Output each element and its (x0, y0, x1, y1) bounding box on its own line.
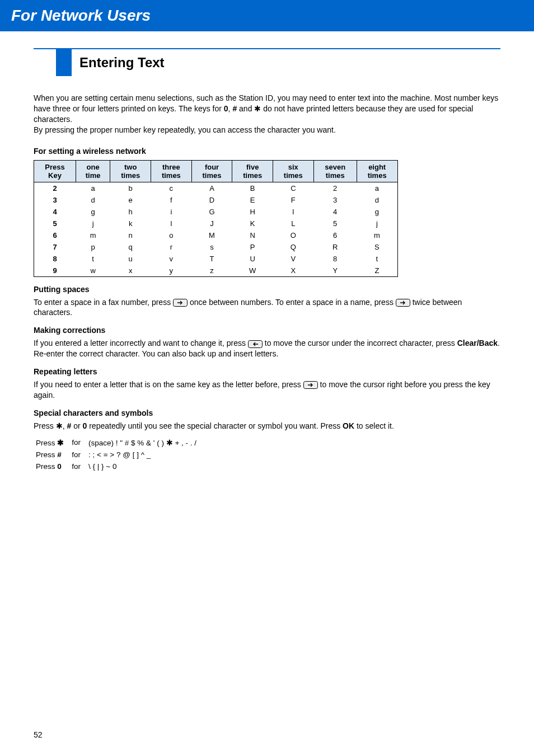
table-cell: Z (357, 265, 397, 277)
intro-text: By pressing the proper number key repeat… (34, 125, 336, 134)
table-header-cell: fourtimes (191, 160, 232, 182)
special-for-cell: for (71, 437, 86, 448)
text: Press (34, 421, 56, 430)
table-cell: Y (313, 265, 357, 277)
right-arrow-key-icon (396, 299, 410, 307)
text: or (71, 421, 82, 430)
wireless-heading: For setting a wireless network (34, 147, 500, 156)
table-header-cell: PressKey (34, 160, 76, 182)
table-cell: p (76, 241, 110, 253)
table-cell: b (110, 182, 151, 194)
key-star: ✱ (56, 421, 63, 430)
special-row: Press ✱for(space) ! " # $ % & ' ( ) ✱ + … (35, 437, 202, 448)
table-cell: D (191, 194, 232, 206)
table-cell: F (273, 194, 314, 206)
section-title-block: Entering Text (56, 49, 500, 76)
table-cell: L (273, 218, 314, 229)
special-chars-heading: Special characters and symbols (34, 408, 500, 417)
table-cell: m (357, 229, 397, 241)
table-cell: C (273, 182, 314, 194)
table-cell: 3 (313, 194, 357, 206)
table-cell: 3 (34, 194, 76, 206)
table-cell: q (110, 241, 151, 253)
table-cell: I (273, 206, 314, 218)
text: to select it. (354, 421, 394, 430)
special-press-cell: Press # (35, 449, 69, 460)
intro-text: and (237, 104, 254, 113)
special-row: Press #for: ; < = > ? @ [ ] ^ _ (35, 449, 202, 460)
page-header: For Network Users (0, 0, 534, 31)
table-row: 7pqrsPQRS (34, 241, 398, 253)
right-arrow-key-icon (303, 381, 318, 389)
table-row: 3defDEF3d (34, 194, 398, 206)
special-press-cell: Press ✱ (35, 437, 69, 448)
table-cell: 4 (313, 206, 357, 218)
page-content: Entering Text When you are setting certa… (0, 31, 534, 473)
putting-spaces-heading: Putting spaces (34, 285, 500, 294)
table-cell: o (151, 229, 192, 241)
table-cell: T (191, 253, 232, 265)
table-cell: e (110, 194, 151, 206)
table-cell: f (151, 194, 192, 206)
table-row: 8tuvTUV8t (34, 253, 398, 265)
special-chars-table: Press ✱for(space) ! " # $ % & ' ( ) ✱ + … (34, 436, 203, 473)
table-cell: X (273, 265, 314, 277)
table-header-cell: threetimes (151, 160, 192, 182)
intro-paragraph: When you are setting certain menu select… (34, 93, 500, 135)
table-cell: c (151, 182, 192, 194)
table-cell: 8 (313, 253, 357, 265)
table-header-row: PressKeyonetimetwotimesthreetimesfourtim… (34, 160, 398, 182)
table-row: 4ghiGHI4g (34, 206, 398, 218)
table-cell: S (357, 241, 397, 253)
making-corrections-text: If you entered a letter incorrectly and … (34, 338, 500, 359)
table-cell: 2 (34, 182, 76, 194)
text: to move the cursor under the incorrect c… (263, 339, 457, 348)
table-cell: j (76, 218, 110, 229)
table-header-cell: eighttimes (357, 160, 397, 182)
table-cell: 5 (313, 218, 357, 229)
table-cell: G (191, 206, 232, 218)
text: If you need to enter a letter that is on… (34, 380, 303, 389)
left-arrow-key-icon (248, 340, 263, 348)
text: once between numbers. To enter a space i… (188, 298, 396, 307)
table-cell: 6 (34, 229, 76, 241)
table-cell: P (232, 241, 273, 253)
table-cell: h (110, 206, 151, 218)
key-0: 0 (224, 104, 228, 113)
table-cell: M (191, 229, 232, 241)
table-cell: H (232, 206, 273, 218)
table-cell: j (357, 218, 397, 229)
text: repeatedly until you see the special cha… (87, 421, 343, 430)
table-cell: Q (273, 241, 314, 253)
table-cell: n (110, 229, 151, 241)
special-press-cell: Press 0 (35, 461, 69, 472)
table-header-cell: fivetimes (232, 160, 273, 182)
table-cell: 9 (34, 265, 76, 277)
table-cell: m (76, 229, 110, 241)
table-cell: d (76, 194, 110, 206)
table-header-cell: twotimes (110, 160, 151, 182)
table-cell: y (151, 265, 192, 277)
table-cell: x (110, 265, 151, 277)
table-cell: a (357, 182, 397, 194)
table-header-cell: sixtimes (273, 160, 314, 182)
table-cell: 7 (34, 241, 76, 253)
page-header-title: For Network Users (11, 7, 151, 24)
table-cell: r (151, 241, 192, 253)
table-cell: i (151, 206, 192, 218)
table-header-cell: seventimes (313, 160, 357, 182)
table-cell: u (110, 253, 151, 265)
table-header-cell: onetime (76, 160, 110, 182)
section-marker (56, 49, 72, 76)
text: If you entered a letter incorrectly and … (34, 339, 248, 348)
ok-label: OK (343, 421, 354, 430)
table-cell: 4 (34, 206, 76, 218)
text: To enter a space in a fax number, press (34, 298, 173, 307)
section-title: Entering Text (79, 49, 165, 76)
right-arrow-key-icon (173, 299, 188, 307)
repeating-letters-text: If you need to enter a letter that is on… (34, 379, 500, 401)
table-cell: V (273, 253, 314, 265)
table-cell: 5 (34, 218, 76, 229)
special-for-cell: for (71, 449, 86, 460)
table-row: 9wxyzWXYZ (34, 265, 398, 277)
